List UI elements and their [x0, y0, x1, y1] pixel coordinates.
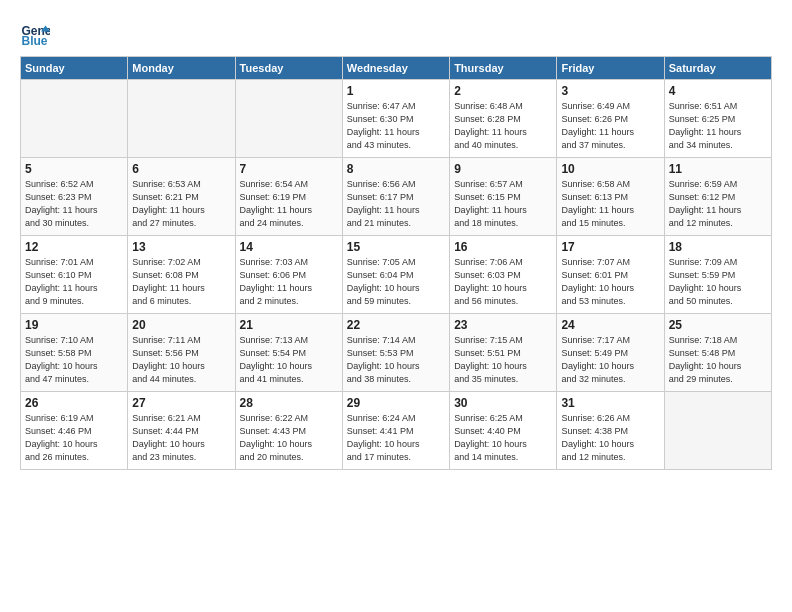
- day-number: 14: [240, 240, 338, 254]
- day-info: Sunrise: 7:18 AM Sunset: 5:48 PM Dayligh…: [669, 334, 767, 386]
- week-row-3: 12Sunrise: 7:01 AM Sunset: 6:10 PM Dayli…: [21, 236, 772, 314]
- calendar-cell: 5Sunrise: 6:52 AM Sunset: 6:23 PM Daylig…: [21, 158, 128, 236]
- day-number: 11: [669, 162, 767, 176]
- day-number: 28: [240, 396, 338, 410]
- day-info: Sunrise: 6:49 AM Sunset: 6:26 PM Dayligh…: [561, 100, 659, 152]
- day-number: 13: [132, 240, 230, 254]
- calendar-cell: 19Sunrise: 7:10 AM Sunset: 5:58 PM Dayli…: [21, 314, 128, 392]
- weekday-header-row: SundayMondayTuesdayWednesdayThursdayFrid…: [21, 57, 772, 80]
- weekday-header-saturday: Saturday: [664, 57, 771, 80]
- day-number: 21: [240, 318, 338, 332]
- calendar-cell: 6Sunrise: 6:53 AM Sunset: 6:21 PM Daylig…: [128, 158, 235, 236]
- day-info: Sunrise: 7:03 AM Sunset: 6:06 PM Dayligh…: [240, 256, 338, 308]
- calendar-table: SundayMondayTuesdayWednesdayThursdayFrid…: [20, 56, 772, 470]
- header: General Blue: [20, 18, 772, 48]
- week-row-4: 19Sunrise: 7:10 AM Sunset: 5:58 PM Dayli…: [21, 314, 772, 392]
- calendar-cell: 14Sunrise: 7:03 AM Sunset: 6:06 PM Dayli…: [235, 236, 342, 314]
- day-info: Sunrise: 6:25 AM Sunset: 4:40 PM Dayligh…: [454, 412, 552, 464]
- calendar-cell: 25Sunrise: 7:18 AM Sunset: 5:48 PM Dayli…: [664, 314, 771, 392]
- day-number: 22: [347, 318, 445, 332]
- day-number: 27: [132, 396, 230, 410]
- week-row-2: 5Sunrise: 6:52 AM Sunset: 6:23 PM Daylig…: [21, 158, 772, 236]
- weekday-header-friday: Friday: [557, 57, 664, 80]
- calendar-cell: [235, 80, 342, 158]
- calendar-cell: 3Sunrise: 6:49 AM Sunset: 6:26 PM Daylig…: [557, 80, 664, 158]
- day-info: Sunrise: 7:17 AM Sunset: 5:49 PM Dayligh…: [561, 334, 659, 386]
- day-number: 24: [561, 318, 659, 332]
- day-number: 26: [25, 396, 123, 410]
- day-info: Sunrise: 6:52 AM Sunset: 6:23 PM Dayligh…: [25, 178, 123, 230]
- calendar-cell: [21, 80, 128, 158]
- weekday-header-tuesday: Tuesday: [235, 57, 342, 80]
- day-info: Sunrise: 7:10 AM Sunset: 5:58 PM Dayligh…: [25, 334, 123, 386]
- calendar-cell: 22Sunrise: 7:14 AM Sunset: 5:53 PM Dayli…: [342, 314, 449, 392]
- weekday-header-sunday: Sunday: [21, 57, 128, 80]
- calendar-cell: 26Sunrise: 6:19 AM Sunset: 4:46 PM Dayli…: [21, 392, 128, 470]
- day-number: 3: [561, 84, 659, 98]
- day-info: Sunrise: 6:56 AM Sunset: 6:17 PM Dayligh…: [347, 178, 445, 230]
- calendar-cell: 4Sunrise: 6:51 AM Sunset: 6:25 PM Daylig…: [664, 80, 771, 158]
- day-info: Sunrise: 7:09 AM Sunset: 5:59 PM Dayligh…: [669, 256, 767, 308]
- day-info: Sunrise: 6:22 AM Sunset: 4:43 PM Dayligh…: [240, 412, 338, 464]
- weekday-header-wednesday: Wednesday: [342, 57, 449, 80]
- day-number: 10: [561, 162, 659, 176]
- day-info: Sunrise: 6:54 AM Sunset: 6:19 PM Dayligh…: [240, 178, 338, 230]
- calendar-cell: 28Sunrise: 6:22 AM Sunset: 4:43 PM Dayli…: [235, 392, 342, 470]
- calendar-cell: 15Sunrise: 7:05 AM Sunset: 6:04 PM Dayli…: [342, 236, 449, 314]
- calendar-cell: 21Sunrise: 7:13 AM Sunset: 5:54 PM Dayli…: [235, 314, 342, 392]
- calendar-cell: 20Sunrise: 7:11 AM Sunset: 5:56 PM Dayli…: [128, 314, 235, 392]
- logo-icon: General Blue: [20, 18, 50, 48]
- day-info: Sunrise: 6:58 AM Sunset: 6:13 PM Dayligh…: [561, 178, 659, 230]
- logo: General Blue: [20, 18, 54, 48]
- svg-text:Blue: Blue: [22, 34, 48, 48]
- calendar-cell: 12Sunrise: 7:01 AM Sunset: 6:10 PM Dayli…: [21, 236, 128, 314]
- day-number: 15: [347, 240, 445, 254]
- calendar-cell: 24Sunrise: 7:17 AM Sunset: 5:49 PM Dayli…: [557, 314, 664, 392]
- day-info: Sunrise: 6:19 AM Sunset: 4:46 PM Dayligh…: [25, 412, 123, 464]
- calendar-cell: 11Sunrise: 6:59 AM Sunset: 6:12 PM Dayli…: [664, 158, 771, 236]
- day-number: 31: [561, 396, 659, 410]
- calendar-cell: 2Sunrise: 6:48 AM Sunset: 6:28 PM Daylig…: [450, 80, 557, 158]
- day-info: Sunrise: 6:59 AM Sunset: 6:12 PM Dayligh…: [669, 178, 767, 230]
- day-info: Sunrise: 7:13 AM Sunset: 5:54 PM Dayligh…: [240, 334, 338, 386]
- calendar-cell: 29Sunrise: 6:24 AM Sunset: 4:41 PM Dayli…: [342, 392, 449, 470]
- weekday-header-thursday: Thursday: [450, 57, 557, 80]
- day-number: 6: [132, 162, 230, 176]
- day-info: Sunrise: 7:02 AM Sunset: 6:08 PM Dayligh…: [132, 256, 230, 308]
- day-number: 4: [669, 84, 767, 98]
- day-info: Sunrise: 6:53 AM Sunset: 6:21 PM Dayligh…: [132, 178, 230, 230]
- calendar-page: General Blue SundayMondayTuesdayWednesda…: [0, 0, 792, 480]
- day-info: Sunrise: 6:47 AM Sunset: 6:30 PM Dayligh…: [347, 100, 445, 152]
- calendar-cell: 27Sunrise: 6:21 AM Sunset: 4:44 PM Dayli…: [128, 392, 235, 470]
- day-number: 8: [347, 162, 445, 176]
- calendar-cell: 10Sunrise: 6:58 AM Sunset: 6:13 PM Dayli…: [557, 158, 664, 236]
- day-info: Sunrise: 6:24 AM Sunset: 4:41 PM Dayligh…: [347, 412, 445, 464]
- day-info: Sunrise: 7:05 AM Sunset: 6:04 PM Dayligh…: [347, 256, 445, 308]
- day-info: Sunrise: 6:51 AM Sunset: 6:25 PM Dayligh…: [669, 100, 767, 152]
- calendar-cell: [664, 392, 771, 470]
- calendar-cell: 17Sunrise: 7:07 AM Sunset: 6:01 PM Dayli…: [557, 236, 664, 314]
- weekday-header-monday: Monday: [128, 57, 235, 80]
- day-info: Sunrise: 7:07 AM Sunset: 6:01 PM Dayligh…: [561, 256, 659, 308]
- day-number: 30: [454, 396, 552, 410]
- calendar-cell: 30Sunrise: 6:25 AM Sunset: 4:40 PM Dayli…: [450, 392, 557, 470]
- day-info: Sunrise: 7:06 AM Sunset: 6:03 PM Dayligh…: [454, 256, 552, 308]
- week-row-5: 26Sunrise: 6:19 AM Sunset: 4:46 PM Dayli…: [21, 392, 772, 470]
- day-number: 9: [454, 162, 552, 176]
- day-info: Sunrise: 6:21 AM Sunset: 4:44 PM Dayligh…: [132, 412, 230, 464]
- calendar-cell: [128, 80, 235, 158]
- day-number: 1: [347, 84, 445, 98]
- day-number: 29: [347, 396, 445, 410]
- day-number: 7: [240, 162, 338, 176]
- day-number: 18: [669, 240, 767, 254]
- calendar-cell: 18Sunrise: 7:09 AM Sunset: 5:59 PM Dayli…: [664, 236, 771, 314]
- day-number: 20: [132, 318, 230, 332]
- day-info: Sunrise: 7:01 AM Sunset: 6:10 PM Dayligh…: [25, 256, 123, 308]
- day-number: 5: [25, 162, 123, 176]
- day-info: Sunrise: 7:15 AM Sunset: 5:51 PM Dayligh…: [454, 334, 552, 386]
- calendar-cell: 13Sunrise: 7:02 AM Sunset: 6:08 PM Dayli…: [128, 236, 235, 314]
- day-info: Sunrise: 6:26 AM Sunset: 4:38 PM Dayligh…: [561, 412, 659, 464]
- calendar-cell: 16Sunrise: 7:06 AM Sunset: 6:03 PM Dayli…: [450, 236, 557, 314]
- calendar-cell: 8Sunrise: 6:56 AM Sunset: 6:17 PM Daylig…: [342, 158, 449, 236]
- day-number: 2: [454, 84, 552, 98]
